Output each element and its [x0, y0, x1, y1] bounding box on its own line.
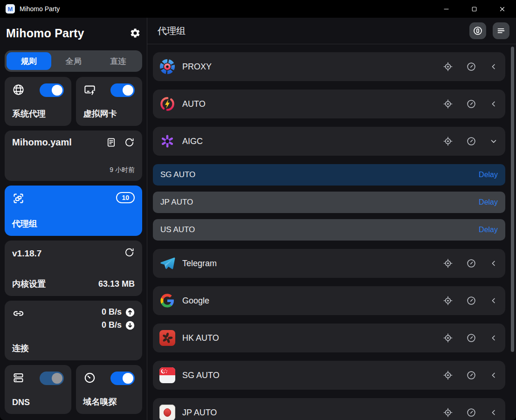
delay-label[interactable]: Delay	[479, 198, 498, 207]
proxy-group-icon	[12, 192, 25, 205]
app-window: M Mihomo Party Mihomo Party 规则	[0, 0, 516, 420]
dns-toggle[interactable]	[40, 372, 64, 385]
tun-toggle[interactable]	[110, 83, 135, 97]
proxy-groups-card[interactable]: 10 代理组	[5, 186, 142, 236]
delay-label[interactable]: Delay	[479, 171, 498, 179]
proxy-option-name: JP AUTO	[160, 198, 193, 207]
chevron-left-icon[interactable]	[489, 334, 498, 342]
delay-test-icon[interactable]	[466, 333, 476, 343]
proxy-option-name: US AUTO	[160, 225, 195, 234]
profile-name: Mihomo.yaml	[12, 137, 72, 148]
titlebar: M Mihomo Party	[0, 0, 516, 18]
dns-label: DNS	[12, 398, 64, 407]
proxy-groups-label: 代理组	[12, 218, 135, 229]
flag-hk-icon	[159, 330, 175, 346]
flag-jp-icon	[159, 405, 175, 420]
sniff-card[interactable]: 域名嗅探	[76, 365, 143, 414]
tab-rule[interactable]: 规则	[7, 52, 51, 70]
proxy-group-row[interactable]: PROXY	[153, 52, 505, 81]
proxy-group-name: AUTO	[182, 99, 206, 109]
upload-arrow-icon	[125, 308, 135, 317]
chevron-left-icon[interactable]	[489, 259, 498, 268]
app-logo-icon: M	[6, 4, 15, 14]
kernel-label: 内核设置	[12, 278, 46, 289]
globe-icon	[12, 83, 25, 96]
close-button[interactable]	[488, 0, 516, 18]
connections-card[interactable]: 0 B/s 0 B/s	[5, 301, 142, 360]
proxy-option-row[interactable]: SG AUTODelay	[153, 164, 505, 186]
profile-edit-icon[interactable]	[106, 137, 117, 150]
proxy-group-name: SG AUTO	[182, 371, 220, 380]
proxy-group-name: JP AUTO	[182, 408, 217, 418]
download-speed: 0 B/s	[102, 320, 122, 330]
chevron-left-icon[interactable]	[489, 100, 498, 108]
kernel-card[interactable]: v1.18.7 内核设置 63.13 MB	[5, 241, 142, 296]
flag-sg-icon	[159, 367, 175, 383]
proxy-group-row[interactable]: SG AUTO	[153, 361, 505, 390]
locate-proxy-icon[interactable]	[443, 370, 453, 380]
chevron-left-icon[interactable]	[489, 408, 498, 417]
settings-gear-icon[interactable]	[130, 28, 141, 39]
proxy-group-row[interactable]: JP AUTO	[153, 398, 505, 420]
zero-delay-button[interactable]	[469, 22, 486, 39]
delay-test-icon[interactable]	[466, 407, 476, 418]
locate-proxy-icon[interactable]	[443, 62, 453, 72]
proxy-option-row[interactable]: JP AUTODelay	[153, 192, 505, 213]
chevron-left-icon[interactable]	[489, 371, 498, 379]
list-layout-button[interactable]	[493, 22, 509, 39]
tun-card[interactable]: 虚拟网卡	[76, 77, 143, 126]
proxy-group-row[interactable]: HK AUTO	[153, 324, 505, 352]
delay-test-icon[interactable]	[466, 370, 476, 380]
delay-test-icon[interactable]	[466, 99, 476, 109]
sidebar: Mihomo Party 规则 全局 直连	[0, 18, 147, 420]
locate-proxy-icon[interactable]	[443, 333, 453, 343]
dns-server-icon	[12, 372, 25, 384]
connections-label: 连接	[12, 343, 135, 354]
locate-proxy-icon[interactable]	[443, 258, 453, 269]
system-proxy-label: 系统代理	[12, 108, 64, 119]
delay-test-icon[interactable]	[466, 62, 476, 72]
proxy-group-name: Google	[182, 296, 209, 306]
sniff-toggle[interactable]	[110, 372, 135, 385]
system-proxy-toggle[interactable]	[40, 83, 64, 97]
chevron-left-icon[interactable]	[489, 296, 498, 305]
delay-test-icon[interactable]	[466, 296, 476, 306]
tab-global[interactable]: 全局	[51, 52, 96, 70]
locate-proxy-icon[interactable]	[443, 296, 453, 306]
minimize-button[interactable]	[432, 0, 460, 18]
profile-card[interactable]: Mihomo.yaml 9 小时前	[5, 131, 142, 181]
maximize-button[interactable]	[460, 0, 488, 18]
titlebar-title: Mihomo Party	[20, 5, 60, 13]
locate-proxy-icon[interactable]	[443, 136, 453, 146]
delay-test-icon[interactable]	[466, 136, 476, 146]
proxy-option-row[interactable]: US AUTODelay	[153, 219, 505, 241]
proxy-option-name: SG AUTO	[160, 170, 195, 179]
proxy-group-name: PROXY	[182, 62, 212, 72]
kernel-memory: 63.13 MB	[98, 279, 135, 289]
chevron-left-icon[interactable]	[489, 62, 498, 71]
kernel-restart-icon[interactable]	[124, 247, 135, 260]
chevron-down-icon[interactable]	[489, 137, 498, 145]
locate-proxy-icon[interactable]	[443, 407, 453, 418]
proxy-group-list: PROXYAUTOAIGCSG AUTODelayJP AUTODelayUS …	[147, 44, 516, 420]
proxy-group-name: Telegram	[182, 259, 217, 269]
dns-card[interactable]: DNS	[5, 365, 71, 414]
proxy-group-row[interactable]: Telegram	[153, 249, 505, 278]
proxy-group-row[interactable]: Google	[153, 286, 505, 315]
scrollbar[interactable]	[511, 47, 514, 352]
sniff-label: 域名嗅探	[83, 396, 135, 407]
tab-direct[interactable]: 直连	[96, 52, 140, 70]
proxy-groups-count-badge: 10	[116, 192, 135, 203]
profile-refresh-icon[interactable]	[124, 137, 135, 150]
auto-bolt-icon	[159, 96, 175, 112]
proxy-group-row[interactable]: AIGC	[153, 127, 505, 156]
download-arrow-icon	[125, 321, 135, 330]
proxy-group-name: HK AUTO	[182, 333, 219, 343]
locate-proxy-icon[interactable]	[443, 99, 453, 109]
system-proxy-card[interactable]: 系统代理	[5, 77, 71, 126]
delay-test-icon[interactable]	[466, 258, 476, 269]
page-title: 代理组	[158, 25, 186, 37]
kernel-version: v1.18.7	[12, 248, 41, 259]
proxy-group-row[interactable]: AUTO	[153, 90, 505, 118]
delay-label[interactable]: Delay	[479, 226, 498, 234]
